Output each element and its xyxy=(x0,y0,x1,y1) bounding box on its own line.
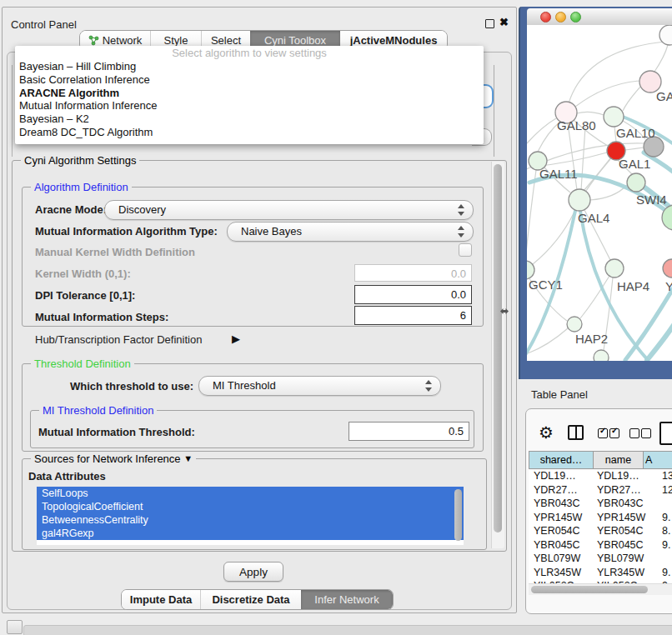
tab-infer-network[interactable]: Infer Network xyxy=(301,590,393,609)
network-node-gal10[interactable] xyxy=(604,107,624,127)
sources-title: Sources for Network Inference ▼ xyxy=(31,452,196,465)
document-icon[interactable] xyxy=(659,422,672,445)
combo-arrows-icon xyxy=(457,226,464,238)
network-view-window: GALGAL80GAL10GAL1GAL11SWI4GAL4GCY1HAP4YH… xyxy=(519,7,672,379)
table-cell: YBL079W xyxy=(597,552,644,564)
which-threshold-combo[interactable]: MI Threshold xyxy=(198,376,441,396)
expand-right-icon[interactable]: ▶ xyxy=(232,332,240,345)
list-item[interactable]: gal4RGexp xyxy=(37,527,464,540)
settings-scrollbar-thumb[interactable] xyxy=(494,164,502,532)
table-row[interactable]: YDR27…YDR27…12 xyxy=(529,484,672,498)
dpi-tolerance-field[interactable]: 0.0 xyxy=(354,285,472,304)
tab-network-label: Network xyxy=(103,34,143,47)
network-node-gal4[interactable] xyxy=(569,189,590,211)
kernel-width-label: Kernel Width (0,1): xyxy=(35,268,131,280)
table-row[interactable]: YBR043CYBR043C xyxy=(529,498,672,512)
menu-item[interactable]: Mutual Information Inference xyxy=(15,99,484,112)
table-row[interactable]: YLR345WYLR345W9. xyxy=(529,567,672,581)
network-node-label: GAL4 xyxy=(578,211,609,225)
collapsed-panel-button[interactable] xyxy=(7,620,23,634)
network-node-hap4[interactable] xyxy=(605,259,624,278)
table-hscrollbar-track[interactable] xyxy=(529,583,672,595)
network-canvas[interactable]: GALGAL80GAL10GAL1GAL11SWI4GAL4GCY1HAP4YH… xyxy=(527,25,672,361)
mi-threshold-field[interactable]: 0.5 xyxy=(349,422,469,441)
menu-item[interactable]: Bayesian – Hill Climbing xyxy=(15,60,484,73)
table-cell: 9. xyxy=(662,567,670,578)
mi-steps-label: Mutual Information Steps: xyxy=(35,311,168,323)
network-node-hap2[interactable] xyxy=(567,317,582,332)
list-item[interactable]: BetweennessCentrality xyxy=(37,513,464,527)
network-node-label: GAL10 xyxy=(616,126,655,140)
collapse-down-icon[interactable]: ▼ xyxy=(183,453,193,463)
table-row[interactable]: YDL19…YDL19…13 xyxy=(529,470,672,484)
aracne-mode-value: Discovery xyxy=(118,203,166,216)
close-traffic-light[interactable] xyxy=(540,12,551,22)
network-node-bottom-partial[interactable] xyxy=(594,350,609,361)
bottom-collapsed-bar[interactable] xyxy=(23,625,672,635)
mi-type-combo[interactable]: Naive Bayes xyxy=(227,222,474,242)
kernel-width-field[interactable]: 0.0 xyxy=(354,264,472,282)
network-node-label: Y xyxy=(665,279,672,293)
split-columns-icon[interactable] xyxy=(568,425,584,440)
network-node-salmon[interactable] xyxy=(663,259,672,278)
column-header-third[interactable]: A xyxy=(643,451,672,469)
settings-scrollbar-track[interactable] xyxy=(491,162,504,548)
menu-item[interactable]: Bayesian – K2 xyxy=(15,112,484,126)
hidden-groupbox-left-edge xyxy=(12,65,13,157)
list-item[interactable]: SelfLoops xyxy=(37,487,464,500)
mi-threshold-title: MI Threshold Definition xyxy=(39,404,157,417)
aracne-mode-combo[interactable]: Discovery xyxy=(104,200,474,220)
table-cell: YDL19… xyxy=(534,470,576,482)
network-edge[interactable] xyxy=(527,118,556,143)
table-rows: YDL19…YDL19…13YDR27…YDR27…12YBR043CYBR04… xyxy=(529,470,672,584)
network-edge-highlight[interactable] xyxy=(647,325,672,360)
network-edge[interactable] xyxy=(575,81,639,107)
mi-steps-field[interactable]: 6 xyxy=(354,306,472,325)
gear-icon[interactable]: ⚙ xyxy=(539,424,554,441)
aracne-mode-label: Aracne Mode: xyxy=(35,203,107,216)
menu-item[interactable]: Dream8 DC_TDC Algorithm xyxy=(15,126,484,139)
network-edge[interactable] xyxy=(623,86,641,111)
list-scrollbar-thumb[interactable] xyxy=(454,489,462,541)
algorithm-definition-title: Algorithm Definition xyxy=(31,181,132,193)
menu-item[interactable]: Basic Correlation Inference xyxy=(15,73,484,87)
float-window-icon[interactable] xyxy=(485,19,494,28)
minimize-traffic-light[interactable] xyxy=(555,12,566,22)
table-cell: YDR27… xyxy=(534,484,578,496)
table-hscrollbar-thumb[interactable] xyxy=(531,586,648,593)
combo-arrows-icon xyxy=(424,380,432,392)
show-checked-columns-icon[interactable]: ✓ ✓ xyxy=(598,428,619,438)
network-edge-highlight[interactable] xyxy=(625,288,672,360)
close-icon[interactable]: ✖ xyxy=(499,16,509,28)
table-cell: YPR145W xyxy=(597,512,645,523)
table-cell: YBR043C xyxy=(597,498,644,509)
list-item[interactable]: TopologicalCoefficient xyxy=(37,500,464,513)
network-icon xyxy=(88,35,99,46)
table-row[interactable]: YPR145WYPR145W9. xyxy=(529,512,672,526)
network-edge[interactable] xyxy=(654,45,668,72)
table-cell: YDR27… xyxy=(597,484,641,496)
tab-discretize-data[interactable]: Discretize Data xyxy=(200,590,301,609)
zoom-traffic-light[interactable] xyxy=(570,12,581,22)
network-node-label: HAP4 xyxy=(617,279,649,293)
apply-button[interactable]: Apply xyxy=(223,562,283,582)
table-cell: 9. xyxy=(662,539,670,551)
table-row[interactable]: YBL079WYBL079W xyxy=(529,552,672,567)
column-header-shared[interactable]: shared… xyxy=(529,451,594,469)
network-node-label: GCY1 xyxy=(529,278,563,292)
network-edge[interactable] xyxy=(577,112,604,115)
combo-arrows-icon xyxy=(457,204,464,216)
manual-kernel-checkbox[interactable] xyxy=(459,243,472,257)
hidden-groupbox-right-edge xyxy=(494,65,494,157)
hide-columns-icon[interactable] xyxy=(629,428,651,438)
menu-item-selected[interactable]: ARACNE Algorithm xyxy=(15,87,484,100)
network-window-titlebar[interactable] xyxy=(527,8,672,26)
table-row[interactable]: YER054CYER054C8. xyxy=(529,525,672,539)
network-node-label: GAL1 xyxy=(619,157,650,171)
network-node-swi4[interactable] xyxy=(627,173,645,192)
tab-impute-data[interactable]: Impute Data xyxy=(122,590,200,609)
table-row[interactable]: YBR045CYBR045C9. xyxy=(529,539,672,553)
column-header-name[interactable]: name xyxy=(593,451,644,469)
table-cell: YBR045C xyxy=(534,539,580,551)
network-edge[interactable] xyxy=(625,148,644,150)
